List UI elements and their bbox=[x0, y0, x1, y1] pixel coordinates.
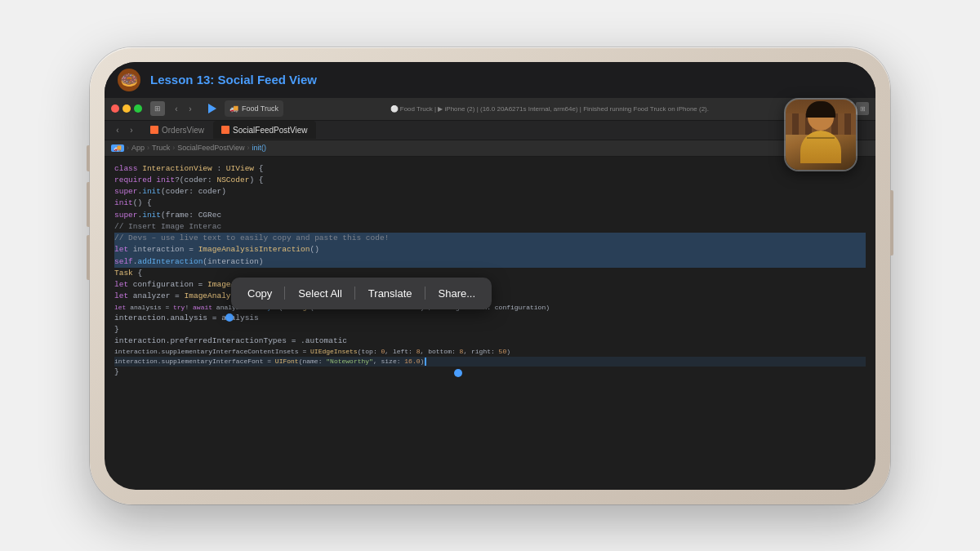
code-line-21: interaction.supplementaryInterfaceFont =… bbox=[114, 357, 866, 367]
code-line-20: interaction.supplementaryInterfaceConten… bbox=[114, 347, 866, 357]
bc-sep3: › bbox=[172, 144, 175, 152]
bc-init[interactable]: init() bbox=[252, 144, 267, 152]
bc-social[interactable]: SocialFeedPostView bbox=[177, 144, 244, 152]
tab-forward-icon[interactable]: › bbox=[125, 123, 138, 136]
mute-button[interactable] bbox=[87, 145, 90, 171]
code-line-1: class InteractionView : UIView { bbox=[114, 163, 866, 175]
tab-orders-view[interactable]: OrdersView bbox=[142, 121, 212, 139]
toolbar-status: ⚪ Food Truck | ▶ iPhone (2) | (16.0 20A6… bbox=[288, 104, 811, 113]
code-line-5: init() { bbox=[114, 198, 866, 209]
context-menu-popup: Copy Select All Translate Share... bbox=[231, 278, 492, 309]
sidebar-toggle-icon[interactable]: ⊞ bbox=[150, 101, 165, 116]
code-line-6: super.init(frame: CGRec bbox=[114, 210, 866, 221]
nav-forward-icon[interactable]: › bbox=[184, 102, 197, 115]
code-line-18: } bbox=[114, 324, 866, 335]
app-top-bar: Lesson 13: Social Feed View bbox=[105, 62, 875, 98]
swift-file-icon-active bbox=[221, 126, 229, 134]
volume-up-button[interactable] bbox=[87, 182, 90, 227]
debug-icon[interactable]: ⊞ bbox=[856, 102, 869, 115]
code-line-8: // Insert Image Interac bbox=[114, 221, 866, 233]
code-line-19: interaction.preferredInteractionTypes = … bbox=[114, 335, 866, 347]
share-button[interactable]: Share... bbox=[425, 282, 489, 304]
pip-person bbox=[796, 104, 845, 170]
minimize-button[interactable] bbox=[122, 104, 131, 113]
breadcrumb: 🚚 › App › Truck › SocialFeedPostView › i… bbox=[105, 140, 875, 157]
tab-social-feed-post-view[interactable]: SocialFeedPostView bbox=[213, 121, 316, 139]
tab-orders-view-label: OrdersView bbox=[162, 126, 204, 135]
swift-file-icon bbox=[150, 126, 158, 134]
play-icon bbox=[208, 104, 216, 113]
code-line-11: self.addInteraction(interaction) bbox=[114, 256, 866, 268]
code-line-3: super.init(coder: coder) bbox=[114, 186, 866, 198]
code-line-10: let interaction = ImageAnalysisInteracti… bbox=[114, 244, 866, 256]
copy-button[interactable]: Copy bbox=[234, 282, 285, 304]
instructor-pip bbox=[784, 98, 858, 171]
phone-screen: Lesson 13: Social Feed View bbox=[105, 62, 875, 490]
file-tabs-bar: ‹ › OrdersView SocialFeedPostView bbox=[105, 121, 875, 140]
code-line-9: // Devs – use live text to easily copy a… bbox=[114, 233, 866, 244]
scheme-selector[interactable]: 🚚 Food Truck bbox=[225, 100, 283, 117]
traffic-lights bbox=[111, 104, 142, 113]
code-line-2: required init?(coder: NSCoder) { bbox=[114, 175, 866, 186]
bc-truck[interactable]: Truck bbox=[152, 144, 170, 152]
editor-area: class InteractionView : UIView { require… bbox=[105, 157, 875, 490]
maximize-button[interactable] bbox=[134, 104, 142, 113]
nav-arrows: ‹ › bbox=[170, 102, 197, 115]
selection-handle-right bbox=[454, 369, 462, 377]
bc-sep2: › bbox=[147, 144, 149, 152]
nav-back-icon[interactable]: ‹ bbox=[170, 102, 183, 115]
bc-sep4: › bbox=[247, 144, 250, 152]
run-button[interactable] bbox=[205, 101, 220, 116]
tab-nav-arrows: ‹ › bbox=[111, 123, 138, 136]
bc-sep1: › bbox=[127, 144, 129, 152]
lesson-title: Lesson 13: Social Feed View bbox=[150, 73, 862, 87]
phone-frame: Lesson 13: Social Feed View bbox=[90, 47, 890, 504]
pip-head bbox=[808, 104, 834, 131]
power-button[interactable] bbox=[890, 190, 893, 256]
code-line-13: Task { bbox=[114, 268, 866, 279]
scheme-label: Food Truck bbox=[242, 104, 278, 113]
code-editor[interactable]: class InteractionView : UIView { require… bbox=[105, 157, 875, 385]
xcode-toolbar: ⊞ ‹ › 🚚 Food Truck ⚪ Food Truck | ▶ iPho… bbox=[105, 98, 875, 121]
breadcrumb-app-icon: 🚚 bbox=[111, 144, 124, 152]
scheme-name: 🚚 bbox=[229, 104, 238, 113]
pip-body bbox=[800, 131, 841, 163]
code-line-23: } bbox=[114, 367, 866, 378]
close-button[interactable] bbox=[111, 104, 119, 113]
tab-social-feed-label: SocialFeedPostView bbox=[233, 126, 308, 135]
app-logo bbox=[118, 69, 140, 91]
translate-button[interactable]: Translate bbox=[355, 282, 425, 304]
pip-background bbox=[786, 100, 856, 170]
bc-app[interactable]: App bbox=[131, 144, 145, 152]
tab-back-icon[interactable]: ‹ bbox=[111, 123, 124, 136]
selection-handle-left bbox=[225, 313, 234, 322]
volume-down-button[interactable] bbox=[87, 235, 90, 280]
select-all-button[interactable]: Select All bbox=[285, 282, 354, 304]
